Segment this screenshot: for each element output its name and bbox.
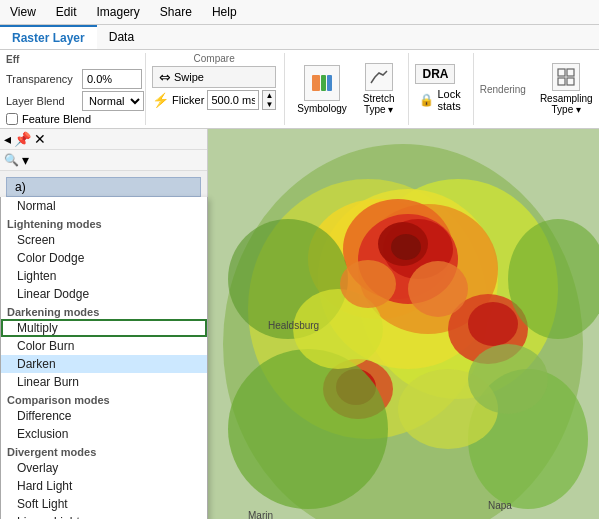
menu-help[interactable]: Help [202, 2, 247, 22]
map-area[interactable]: Healdsburg Napa Marin [208, 129, 599, 519]
compare-label: Compare [152, 53, 276, 64]
dropdown-item-linear-light[interactable]: Linear Light [1, 513, 207, 519]
svg-point-22 [468, 302, 518, 346]
dropdown-container: Normal Lightening modes Screen Color Dod… [0, 197, 208, 519]
main-area: ◂ 📌 ✕ 🔍 ▾ a) Normal Lightening modes Scr… [0, 129, 599, 519]
stretch-type-button[interactable]: StretchType ▾ [357, 61, 401, 117]
svg-text:Healdsburg: Healdsburg [268, 320, 319, 331]
flicker-up-btn[interactable]: ▲ [263, 91, 275, 100]
stretch-type-icon [365, 63, 393, 91]
svg-point-31 [468, 344, 548, 414]
dropdown-item-exclusion[interactable]: Exclusion [1, 425, 207, 443]
svg-point-34 [340, 260, 396, 308]
collapse-icon[interactable]: ◂ [4, 131, 11, 147]
dropdown-item-hard-light[interactable]: Hard Light [1, 477, 207, 495]
flicker-row: ⚡ Flicker ▲ ▼ [152, 90, 276, 110]
menu-view[interactable]: View [0, 2, 46, 22]
dropdown-item-color-burn[interactable]: Color Burn [1, 337, 207, 355]
dropdown-item-linear-burn[interactable]: Linear Burn [1, 373, 207, 391]
dropdown-section-lightening: Lightening modes [1, 215, 207, 231]
dropdown-item-linear-dodge[interactable]: Linear Dodge [1, 285, 207, 303]
rendering-label: Rendering [480, 84, 526, 95]
symbology-group: Symbology StretchType ▾ [291, 53, 409, 125]
effects-group: Eff Transparency Layer Blend Normal Feat… [6, 53, 146, 125]
layer-blend-select[interactable]: Normal [82, 91, 144, 111]
map-svg: Healdsburg Napa Marin [208, 129, 599, 519]
swipe-label: Swipe [174, 71, 204, 83]
panel-a-label: a) [6, 177, 201, 197]
dropdown-section-divergent: Divergent modes [1, 443, 207, 459]
feature-blend-checkbox[interactable] [6, 113, 18, 125]
rendering-group: Rendering ResamplingType ▾ BandCombinati… [480, 53, 599, 125]
dropdown-section-darkening: Darkening modes [1, 303, 207, 319]
dropdown-item-multiply[interactable]: Multiply [1, 319, 207, 337]
symbology-button[interactable]: Symbology [291, 63, 352, 116]
svg-rect-1 [321, 75, 326, 91]
dra-button[interactable]: DRA [415, 64, 455, 84]
dropdown-item-difference[interactable]: Difference [1, 407, 207, 425]
panel-toolbar: ◂ 📌 ✕ [0, 129, 207, 150]
dropdown-item-normal[interactable]: Normal [1, 197, 207, 215]
tab-raster-layer[interactable]: Raster Layer [0, 25, 97, 49]
symbology-label: Symbology [297, 103, 346, 114]
svg-point-33 [408, 261, 468, 317]
svg-point-32 [391, 234, 421, 260]
dropdown-section-comparison: Comparison modes [1, 391, 207, 407]
layer-blend-label: Layer Blend [6, 95, 78, 107]
feature-blend-row: Feature Blend [6, 113, 137, 125]
menu-edit[interactable]: Edit [46, 2, 87, 22]
svg-rect-0 [312, 75, 320, 91]
svg-rect-3 [558, 69, 565, 76]
transparency-row: Transparency [6, 69, 137, 89]
lock-stats-label: Lock stats [437, 88, 460, 112]
compare-group: Compare ⇔ Swipe ⚡ Flicker ▲ ▼ [152, 53, 285, 125]
effects-label: Eff [6, 53, 137, 67]
dropdown-item-screen[interactable]: Screen [1, 231, 207, 249]
app-menu-bar: View Edit Imagery Share Help [0, 0, 599, 25]
transparency-input[interactable] [82, 69, 142, 89]
close-icon[interactable]: ✕ [34, 131, 46, 147]
dra-group: DRA 🔒 Lock stats [415, 53, 473, 125]
dropdown-item-lighten[interactable]: Lighten [1, 267, 207, 285]
svg-rect-2 [327, 75, 332, 91]
svg-rect-4 [567, 69, 574, 76]
dropdown-menu: Normal Lightening modes Screen Color Dod… [0, 197, 208, 519]
transparency-label: Transparency [6, 73, 78, 85]
ribbon-content: Eff Transparency Layer Blend Normal Feat… [0, 50, 599, 129]
stretch-type-label: StretchType ▾ [363, 93, 395, 115]
svg-rect-6 [567, 78, 574, 85]
lock-icon: 🔒 [419, 93, 434, 107]
swipe-icon: ⇔ [159, 69, 171, 85]
search-icon: 🔍 [4, 153, 19, 167]
layer-blend-row: Layer Blend Normal [6, 91, 137, 111]
menu-share[interactable]: Share [150, 2, 202, 22]
left-panel: ◂ 📌 ✕ 🔍 ▾ a) Normal Lightening modes Scr… [0, 129, 208, 519]
tab-data[interactable]: Data [97, 25, 146, 49]
svg-point-25 [228, 349, 388, 509]
svg-text:Marin: Marin [248, 510, 273, 519]
swipe-button[interactable]: ⇔ Swipe [152, 66, 276, 88]
symbology-icon [304, 65, 340, 101]
expand-icon[interactable]: ▾ [22, 152, 29, 168]
dropdown-item-overlay[interactable]: Overlay [1, 459, 207, 477]
flicker-down-btn[interactable]: ▼ [263, 100, 275, 109]
flicker-icon: ⚡ [152, 92, 169, 108]
lock-stats-button[interactable]: 🔒 Lock stats [415, 86, 464, 114]
resampling-label: ResamplingType ▾ [540, 93, 593, 115]
svg-text:Napa: Napa [488, 500, 512, 511]
dropdown-item-color-dodge[interactable]: Color Dodge [1, 249, 207, 267]
dropdown-item-darken[interactable]: Darken [1, 355, 207, 373]
pin-icon[interactable]: 📌 [14, 131, 31, 147]
feature-blend-label: Feature Blend [22, 113, 91, 125]
flicker-input[interactable] [207, 90, 259, 110]
ribbon-tabs: Raster Layer Data [0, 25, 599, 50]
dropdown-item-soft-light[interactable]: Soft Light [1, 495, 207, 513]
resampling-type-button[interactable]: ResamplingType ▾ [534, 61, 599, 117]
flicker-label: Flicker [172, 94, 204, 106]
panel-search-row: 🔍 ▾ [0, 150, 207, 171]
menu-imagery[interactable]: Imagery [86, 2, 149, 22]
svg-rect-5 [558, 78, 565, 85]
resampling-icon [552, 63, 580, 91]
